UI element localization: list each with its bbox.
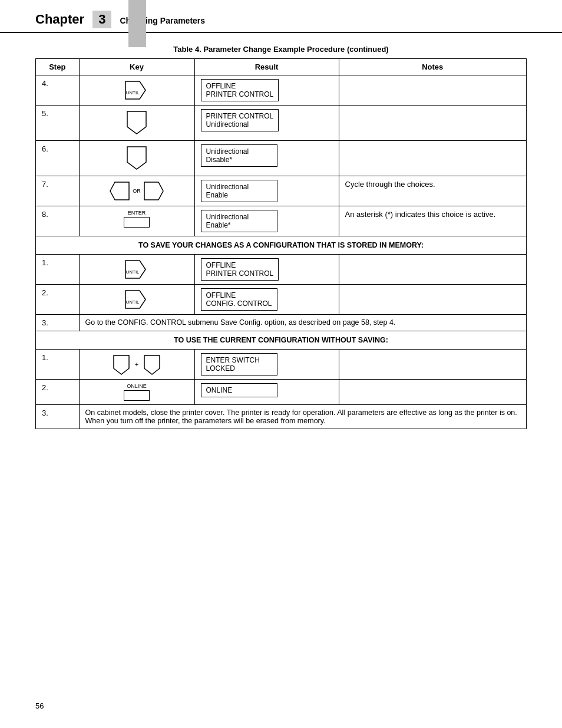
svg-marker-4: [110, 182, 129, 200]
svg-text:UNTIL: UNTIL: [125, 299, 140, 305]
key-4: UNTIL: [79, 75, 194, 106]
content: Table 4. Parameter Change Example Proced…: [0, 33, 562, 453]
arrow-right-icon: [143, 180, 164, 202]
table-header-row: Step Key Result Notes: [36, 59, 527, 75]
key-shape-use-1: +: [85, 353, 189, 375]
pentagon-down-icon: [125, 144, 148, 170]
page: Chapter 3 Changing Parameters Table 4. P…: [0, 0, 562, 728]
svg-text:UNTIL: UNTIL: [125, 269, 140, 275]
use-result-2: ONLINE: [194, 380, 339, 405]
result-box-save-2: OFFLINECONFIG. CONTROL: [201, 288, 277, 311]
result-6: UnidirectionalDisable*: [194, 141, 339, 176]
section-use-header: TO USE THE CURRENT CONFIGURATION WITHOUT…: [36, 331, 527, 350]
arrow-right-icon: UNTIL: [123, 79, 150, 101]
notes-5: [339, 106, 527, 141]
table-row: 2. UNTIL OFFLINECONFIG. CONTROL: [36, 285, 527, 315]
result-box-6: UnidirectionalDisable*: [201, 144, 277, 167]
use-step-3: 3.: [36, 405, 80, 429]
col-step: Step: [36, 59, 80, 75]
online-label: ONLINE: [85, 383, 189, 389]
table-row: 6. UnidirectionalDisable*: [36, 141, 527, 176]
save-key-1: UNTIL: [79, 255, 194, 285]
or-label: OR: [133, 188, 141, 194]
save-notes-2: [339, 285, 527, 315]
use-step-1: 1.: [36, 350, 80, 380]
sidebar-tab: [128, 0, 146, 47]
result-box-use-2: ONLINE: [201, 383, 277, 397]
section-use-header-row: TO USE THE CURRENT CONFIGURATION WITHOUT…: [36, 331, 527, 350]
result-box-8: UnidirectionalEnable*: [201, 210, 277, 232]
result-box-7: UnidirectionalEnable: [201, 180, 277, 202]
col-key: Key: [79, 59, 194, 75]
col-notes: Notes: [339, 59, 527, 75]
notes-6: [339, 141, 527, 176]
plus-label: +: [135, 361, 138, 368]
online-rect-key: [124, 390, 150, 401]
table-title: Table 4. Parameter Change Example Proced…: [35, 45, 527, 54]
result-5: PRINTER CONTROLUnidirectional: [194, 106, 339, 141]
use-text-3: On cabinet models, close the printer cov…: [79, 405, 527, 429]
section-save-header: TO SAVE YOUR CHANGES AS A CONFIGURATION …: [36, 236, 527, 255]
result-box-save-1: OFFLINEPRINTER CONTROL: [201, 258, 279, 281]
key-shape-7: OR: [85, 180, 189, 202]
key-shape-save-2: UNTIL: [85, 288, 189, 311]
enter-label: ENTER: [85, 210, 189, 216]
step-4: 4.: [36, 75, 80, 106]
use-key-1: +: [79, 350, 194, 380]
notes-4: [339, 75, 527, 106]
svg-marker-5: [144, 182, 163, 200]
result-box-5: PRINTER CONTROLUnidirectional: [201, 109, 279, 131]
use-result-1: ENTER SWITCHLOCKED: [194, 350, 339, 380]
result-box-use-1: ENTER SWITCHLOCKED: [201, 353, 277, 375]
table-row: 4. UNTIL OFFLINEPRINTER CONTROL: [36, 75, 527, 106]
header: Chapter 3 Changing Parameters: [0, 0, 562, 33]
arrow-right-until-icon: UNTIL: [123, 258, 150, 281]
svg-text:UNTIL: UNTIL: [125, 90, 140, 95]
chapter-label: Chapter: [35, 12, 84, 27]
pentagon-small-2-icon: [142, 353, 162, 375]
pentagon-small-icon: [111, 353, 131, 375]
save-result-2: OFFLINECONFIG. CONTROL: [194, 285, 339, 315]
step-5: 5.: [36, 106, 80, 141]
step-7: 7.: [36, 176, 80, 206]
main-table: Step Key Result Notes 4. UNTIL: [35, 58, 527, 429]
table-row: 1. + ENTER SWITCHLOCK: [36, 350, 527, 380]
notes-7: Cycle through the choices.: [339, 176, 527, 206]
table-row: 2. ONLINE ONLINE: [36, 380, 527, 405]
result-7: UnidirectionalEnable: [194, 176, 339, 206]
save-step-2: 2.: [36, 285, 80, 315]
online-key: ONLINE: [85, 383, 189, 401]
save-step-3: 3.: [36, 315, 80, 331]
svg-marker-11: [144, 355, 160, 374]
result-8: UnidirectionalEnable*: [194, 206, 339, 236]
key-shape-4: UNTIL: [85, 79, 189, 101]
arrow-left-icon: [109, 180, 130, 202]
arrow-right-until-2-icon: UNTIL: [123, 288, 150, 311]
page-number: 56: [35, 701, 44, 710]
table-row: 5. PRINTER CONTROLUnidirectional: [36, 106, 527, 141]
enter-key: ENTER: [85, 210, 189, 228]
use-key-2: ONLINE: [79, 380, 194, 405]
save-notes-1: [339, 255, 527, 285]
table-row: 7. OR UnidirectionalE: [36, 176, 527, 206]
svg-marker-2: [127, 111, 146, 134]
save-text-3: Go to the CONFIG. CONTROL submenu Save C…: [79, 315, 527, 331]
result-4: OFFLINEPRINTER CONTROL: [194, 75, 339, 106]
table-row: 1. UNTIL OFFLINEPRINTER CONTROL: [36, 255, 527, 285]
key-shape-save-1: UNTIL: [85, 258, 189, 281]
step-6: 6.: [36, 141, 80, 176]
table-row: 8. ENTER UnidirectionalEnable* An asteri…: [36, 206, 527, 236]
svg-marker-3: [127, 147, 146, 169]
result-box-4: OFFLINEPRINTER CONTROL: [201, 79, 279, 101]
use-step-2: 2.: [36, 380, 80, 405]
chapter-num: 3: [92, 11, 111, 28]
section-save-header-row: TO SAVE YOUR CHANGES AS A CONFIGURATION …: [36, 236, 527, 255]
key-6: [79, 141, 194, 176]
svg-marker-10: [114, 355, 129, 374]
step-8: 8.: [36, 206, 80, 236]
enter-rect-key: [124, 217, 150, 228]
save-result-1: OFFLINEPRINTER CONTROL: [194, 255, 339, 285]
table-row: 3. On cabinet models, close the printer …: [36, 405, 527, 429]
use-notes-1: [339, 350, 527, 380]
key-8: ENTER: [79, 206, 194, 236]
